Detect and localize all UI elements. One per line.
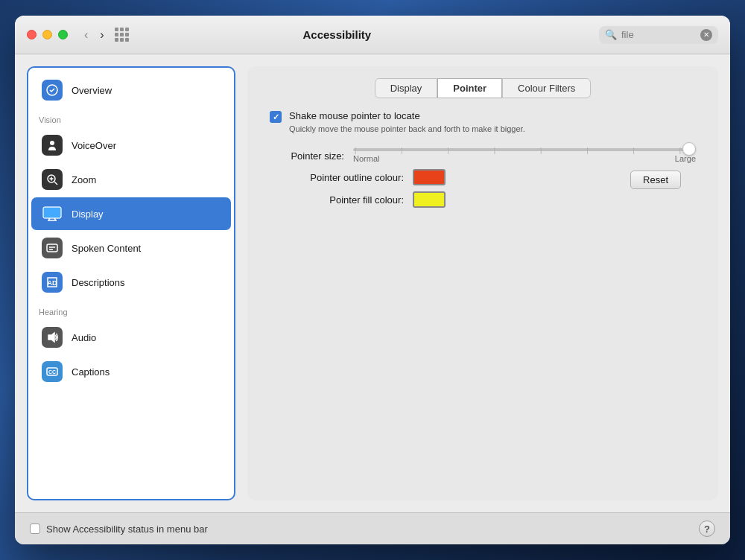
captions-icon: CC bbox=[42, 361, 63, 382]
shake-pointer-row: Shake mouse pointer to locate Quickly mo… bbox=[270, 110, 696, 135]
window-title: Accessibility bbox=[75, 28, 599, 41]
captions-label: Captions bbox=[72, 366, 110, 378]
display-label: Display bbox=[72, 209, 104, 220]
pointer-fill-row: Pointer fill colour: bbox=[270, 191, 696, 208]
sidebar-item-zoom[interactable]: Zoom bbox=[31, 163, 231, 196]
svg-line-3 bbox=[54, 182, 57, 185]
reset-button[interactable]: Reset bbox=[630, 171, 681, 189]
sidebar-item-spoken-content[interactable]: Spoken Content bbox=[31, 232, 231, 264]
shake-pointer-desc: Quickly move the mouse pointer back and … bbox=[289, 124, 525, 135]
search-bar[interactable]: 🔍 ✕ bbox=[599, 26, 718, 44]
app-window: ‹ › Accessibility 🔍 ✕ bbox=[15, 16, 730, 544]
descriptions-label: Descriptions bbox=[72, 277, 125, 288]
pointer-size-max-label: Large bbox=[675, 154, 696, 163]
app-grid-icon[interactable] bbox=[115, 28, 129, 42]
vision-section-header: Vision bbox=[28, 108, 234, 127]
display-icon bbox=[42, 203, 63, 224]
sidebar-item-overview[interactable]: Overview bbox=[31, 74, 231, 106]
spoken-content-icon bbox=[42, 238, 63, 258]
hearing-section-header: Hearing bbox=[28, 300, 234, 319]
status-bar-checkbox-row: Show Accessibility status in menu bar bbox=[30, 524, 699, 535]
shake-pointer-main-label: Shake mouse pointer to locate bbox=[289, 110, 525, 121]
bottom-bar: Show Accessibility status in menu bar ? bbox=[15, 512, 730, 544]
svg-text:AD: AD bbox=[48, 279, 57, 287]
color-section: Pointer outline colour: Reset Pointer fi… bbox=[270, 169, 696, 208]
pointer-fill-label: Pointer fill colour: bbox=[270, 194, 404, 206]
pointer-size-row: Pointer size: | | | | | | | bbox=[270, 148, 696, 163]
status-bar-checkbox[interactable] bbox=[30, 524, 40, 534]
shake-pointer-label-group: Shake mouse pointer to locate Quickly mo… bbox=[289, 110, 525, 135]
sidebar-item-audio[interactable]: Audio bbox=[31, 321, 231, 354]
pointer-size-min-label: Normal bbox=[353, 154, 379, 163]
svg-point-1 bbox=[50, 141, 54, 145]
search-icon: 🔍 bbox=[605, 29, 617, 40]
overview-label: Overview bbox=[72, 85, 112, 96]
main-content: Overview Vision VoiceOver bbox=[15, 54, 730, 512]
pointer-fill-swatch[interactable] bbox=[413, 191, 446, 208]
sidebar-item-display[interactable]: Display bbox=[31, 197, 231, 230]
right-panel: Display Pointer Colour Filters Shake mou… bbox=[247, 66, 718, 500]
descriptions-icon: AD bbox=[42, 272, 63, 293]
search-clear-button[interactable]: ✕ bbox=[700, 29, 712, 41]
zoom-icon bbox=[42, 169, 63, 190]
voiceover-label: VoiceOver bbox=[72, 140, 116, 151]
svg-text:CC: CC bbox=[48, 369, 56, 375]
maximize-button[interactable] bbox=[58, 30, 68, 39]
overview-icon bbox=[42, 80, 63, 101]
sidebar-item-voiceover[interactable]: VoiceOver bbox=[31, 129, 231, 162]
zoom-label: Zoom bbox=[72, 174, 96, 185]
sidebar: Overview Vision VoiceOver bbox=[27, 66, 235, 500]
voiceover-icon bbox=[42, 135, 63, 156]
sidebar-item-descriptions[interactable]: AD Descriptions bbox=[31, 266, 231, 299]
tab-bar: Display Pointer Colour Filters bbox=[247, 66, 718, 98]
help-button[interactable]: ? bbox=[699, 521, 715, 537]
pointer-outline-label: Pointer outline colour: bbox=[270, 172, 404, 183]
sidebar-item-captions[interactable]: CC Captions bbox=[31, 355, 231, 388]
pointer-size-label: Pointer size: bbox=[270, 150, 344, 162]
pointer-size-slider-labels: Normal Large bbox=[353, 154, 696, 163]
spoken-content-label: Spoken Content bbox=[72, 243, 141, 254]
svg-rect-11 bbox=[47, 244, 57, 252]
traffic-lights bbox=[27, 30, 68, 39]
panel-content: Shake mouse pointer to locate Quickly mo… bbox=[247, 110, 718, 500]
search-input[interactable] bbox=[621, 29, 696, 40]
tab-pointer[interactable]: Pointer bbox=[437, 78, 502, 98]
titlebar: ‹ › Accessibility 🔍 ✕ bbox=[15, 16, 730, 54]
close-button[interactable] bbox=[27, 30, 37, 39]
audio-label: Audio bbox=[72, 332, 96, 343]
minimize-button[interactable] bbox=[42, 30, 52, 39]
tab-display[interactable]: Display bbox=[375, 78, 438, 98]
audio-icon bbox=[42, 327, 63, 348]
shake-pointer-checkbox[interactable] bbox=[270, 111, 282, 123]
svg-rect-6 bbox=[43, 207, 61, 218]
pointer-size-track[interactable]: | | | | | | | | bbox=[353, 148, 696, 151]
tab-colour-filters[interactable]: Colour Filters bbox=[502, 78, 591, 98]
status-bar-label: Show Accessibility status in menu bar bbox=[46, 524, 208, 535]
pointer-size-slider-container: | | | | | | | | No bbox=[353, 148, 696, 163]
pointer-outline-swatch[interactable] bbox=[413, 169, 446, 185]
